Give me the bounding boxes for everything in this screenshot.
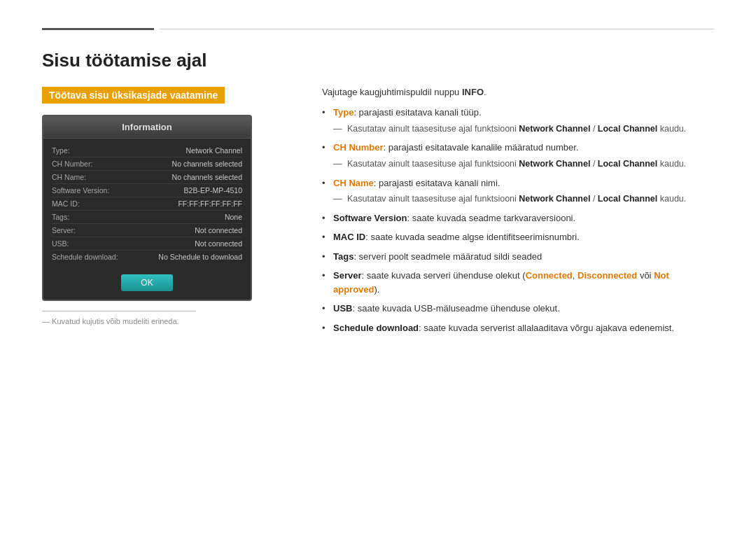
right-column: Vajutage kaugjuhtimispuldil nuppu INFO. … — [322, 87, 714, 335]
bold-label: CH Name — [333, 178, 374, 188]
bold-label: CH Number — [333, 142, 384, 153]
info-row: USB:Not connected — [52, 237, 242, 251]
list-item: Type: parajasti esitatava kanali tüüp.Ka… — [322, 106, 714, 135]
sub-note: Kasutatav ainult taasesituse ajal funkts… — [333, 122, 714, 136]
ok-button[interactable]: OK — [121, 274, 172, 291]
info-label: Schedule download: — [52, 253, 118, 261]
list-item: Tags: serveri poolt seadmele määratud si… — [322, 250, 714, 264]
info-value: No Schedule to download — [118, 253, 242, 261]
top-rule — [42, 28, 714, 30]
info-row: Type:Network Channel — [52, 144, 242, 157]
info-label: MAC ID: — [52, 199, 115, 208]
dialog-body: Type:Network ChannelCH Number:No channel… — [43, 139, 251, 269]
info-row: MAC ID:FF:FF:FF:FF:FF:FF — [52, 197, 242, 211]
info-row: Server:Not connected — [52, 224, 242, 237]
bold-label: Schedule download — [333, 323, 419, 333]
info-dialog: Information Type:Network ChannelCH Numbe… — [42, 115, 252, 301]
bullet-list: Type: parajasti esitatava kanali tüüp.Ka… — [322, 106, 714, 335]
info-label: CH Name: — [52, 173, 115, 181]
instruction-line: Vajutage kaugjuhtimispuldil nuppu INFO. — [322, 87, 714, 97]
page-title: Sisu töötamise ajal — [42, 50, 714, 71]
info-value: Not connected — [115, 226, 242, 234]
list-item: CH Name: parajasti esitatava kanali nimi… — [322, 176, 714, 206]
info-value: No channels selected — [115, 160, 242, 168]
info-value: B2B-EP-MP-4510 — [115, 186, 242, 195]
info-label: Tags: — [52, 213, 115, 221]
bold-label: Tags — [333, 251, 354, 262]
list-item: Schedule download: saate kuvada serveris… — [322, 321, 714, 335]
sub-note: Kasutatav ainult taasesituse ajal funkts… — [333, 157, 714, 171]
section-heading: Töötava sisu üksikasjade vaatamine — [42, 87, 225, 104]
info-row: CH Number:No channels selected — [52, 157, 242, 171]
bold-label: Type — [333, 107, 354, 118]
info-row: Software Version:B2B-EP-MP-4510 — [52, 184, 242, 197]
bold-label: Server — [333, 270, 361, 281]
bold-label: Software Version — [333, 213, 407, 223]
sub-note: Kasutatav ainult taasesituse ajal funkts… — [333, 192, 714, 206]
info-row: Tags:None — [52, 211, 242, 224]
info-value: FF:FF:FF:FF:FF:FF — [115, 199, 242, 208]
bottom-rule — [42, 311, 196, 311]
info-value: Network Channel — [115, 146, 242, 155]
list-item: Server: saate kuvada serveri ühenduse ol… — [322, 269, 714, 296]
list-item: CH Number: parajasti esitatavale kanalil… — [322, 141, 714, 170]
list-item: Software Version: saate kuvada seadme ta… — [322, 211, 714, 225]
dialog-footer: OK — [43, 269, 251, 300]
left-column: Töötava sisu üksikasjade vaatamine Infor… — [42, 87, 280, 325]
info-value: None — [115, 213, 242, 221]
dialog-header: Information — [43, 116, 251, 139]
info-label: Type: — [52, 146, 115, 155]
info-row: Schedule download:No Schedule to downloa… — [52, 251, 242, 263]
info-label: Server: — [52, 226, 115, 234]
info-label: USB: — [52, 239, 115, 248]
bold-label: MAC ID — [333, 232, 365, 242]
info-value: Not connected — [115, 239, 242, 248]
info-row: CH Name:No channels selected — [52, 171, 242, 184]
info-value: No channels selected — [115, 173, 242, 181]
list-item: USB: saate kuvada USB-mäluseadme ühendus… — [322, 302, 714, 316]
info-label: CH Number: — [52, 160, 115, 168]
bottom-note: — Kuvatud kujutis võib mudeliti erineda. — [42, 317, 280, 325]
info-label: Software Version: — [52, 186, 115, 195]
list-item: MAC ID: saate kuvada seadme algse identi… — [322, 230, 714, 244]
bold-label: USB — [333, 303, 352, 314]
